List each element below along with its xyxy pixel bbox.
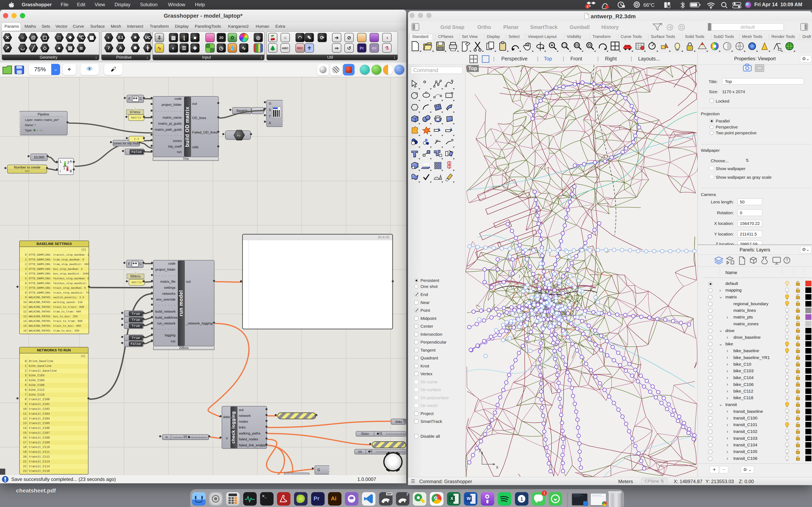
svg-text:4: 4 (587, 5, 588, 9)
svg-text:?: ? (785, 258, 788, 263)
svg-text:x: x (496, 464, 499, 470)
svg-text:y: y (479, 447, 481, 452)
svg-text:Top: Top (468, 65, 477, 71)
svg-text:66°C: 66°C (643, 2, 655, 8)
